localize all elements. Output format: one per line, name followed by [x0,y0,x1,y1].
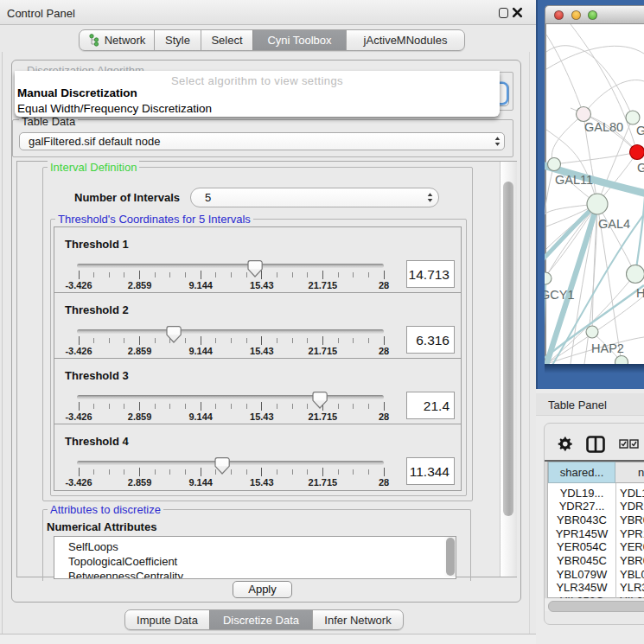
svg-text:HAP2: HAP2 [591,341,624,355]
svg-text:HAP4: HAP4 [636,286,644,300]
svg-text:GAL2: GAL2 [636,124,644,137]
svg-text:GAL80: GAL80 [584,120,623,134]
svg-text:GAL4: GAL4 [598,217,630,231]
svg-text:GAL11: GAL11 [555,173,593,187]
svg-text:GCY1: GCY1 [545,288,575,302]
svg-text:GCN: GCN [637,161,644,175]
